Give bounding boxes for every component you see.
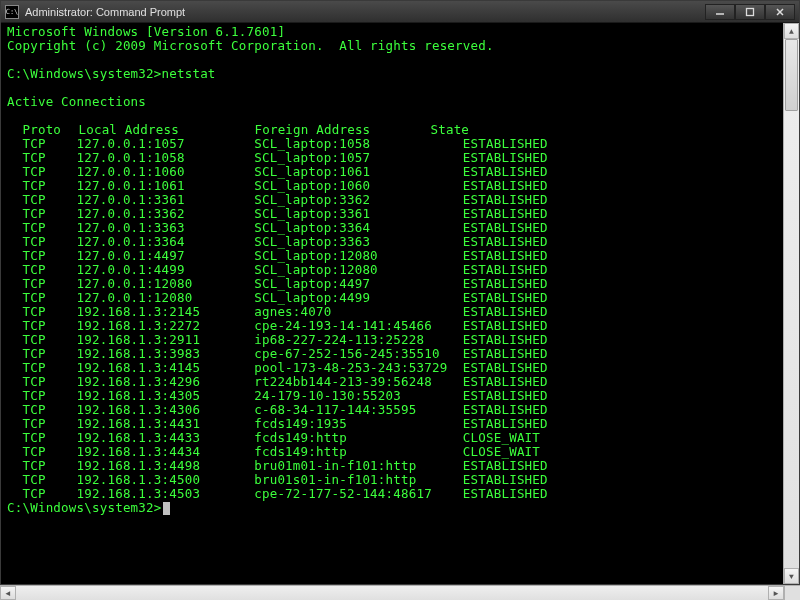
os-version-line: Microsoft Windows [Version 6.1.7601]: [7, 24, 285, 39]
close-icon: [775, 7, 785, 17]
column-header-local: Local Address: [78, 123, 254, 137]
minimize-button[interactable]: [705, 4, 735, 20]
terminal-output[interactable]: Microsoft Windows [Version 6.1.7601] Cop…: [1, 23, 799, 584]
cursor: [163, 502, 170, 515]
typed-command: netstat: [162, 66, 216, 81]
copyright-line: Copyright (c) 2009 Microsoft Corporation…: [7, 38, 494, 53]
vertical-scrollbar[interactable]: ▲ ▼: [783, 23, 799, 584]
window-controls: [705, 4, 795, 20]
scroll-down-button[interactable]: ▼: [784, 568, 799, 584]
scroll-right-button[interactable]: ►: [768, 586, 784, 600]
close-button[interactable]: [765, 4, 795, 20]
horizontal-scrollbar[interactable]: ◄ ►: [0, 585, 800, 600]
window-title: Administrator: Command Prompt: [25, 6, 705, 18]
connection-rows: TCP 127.0.0.1:1057 SCL_laptop:1058 ESTAB…: [7, 136, 548, 501]
scrollbar-corner: [784, 586, 800, 600]
scroll-up-button[interactable]: ▲: [784, 23, 799, 39]
end-prompt: C:\Windows\system32>: [7, 500, 162, 515]
scroll-thumb-vertical[interactable]: [785, 39, 798, 111]
scroll-track-horizontal[interactable]: [16, 586, 768, 600]
column-header-foreign: Foreign Address: [254, 123, 430, 137]
maximize-button[interactable]: [735, 4, 765, 20]
scroll-track-vertical[interactable]: [784, 39, 799, 568]
column-header-proto: Proto: [22, 123, 78, 137]
cmd-icon: C:\: [5, 5, 19, 19]
command-prompt-window: C:\ Administrator: Command Prompt Micros…: [0, 0, 800, 585]
svg-rect-1: [747, 8, 754, 15]
scroll-left-button[interactable]: ◄: [0, 586, 16, 600]
section-title: Active Connections: [7, 94, 146, 109]
prompt-path: C:\Windows\system32>: [7, 66, 162, 81]
window-titlebar[interactable]: C:\ Administrator: Command Prompt: [1, 1, 799, 23]
minimize-icon: [715, 7, 725, 17]
maximize-icon: [745, 7, 755, 17]
column-header-state: State: [430, 123, 469, 137]
